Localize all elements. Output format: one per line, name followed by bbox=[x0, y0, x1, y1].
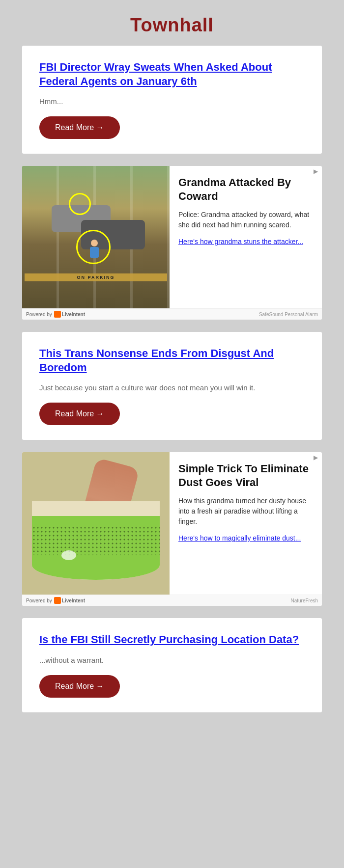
ad-grandma-footer: Powered by LiveIntent SafeSound Personal… bbox=[22, 308, 322, 320]
liveintent-icon-2 bbox=[54, 597, 61, 604]
liveintent-logo-1: LiveIntent bbox=[54, 311, 85, 318]
article-title-3[interactable]: Is the FBI Still Secretly Purchasing Loc… bbox=[39, 633, 305, 647]
powered-by-label-2: Powered by LiveIntent bbox=[26, 597, 85, 604]
highlight-circle-1 bbox=[69, 193, 91, 215]
liveintent-name-1: LiveIntent bbox=[62, 312, 85, 317]
liveintent-name-2: LiveIntent bbox=[62, 598, 85, 603]
ad-grandma-content: Grandma Attacked By Coward Police: Grand… bbox=[170, 166, 322, 308]
page-header: Townhall bbox=[0, 0, 344, 46]
read-more-button-2[interactable]: Read More → bbox=[39, 403, 120, 425]
grandma-head bbox=[91, 240, 98, 246]
article-title-2[interactable]: This Trans Nonsense Ends From Disgust An… bbox=[39, 347, 305, 375]
ad-grandma-inner: ON PARKING Grandma Attacked By Coward Po… bbox=[22, 166, 322, 308]
ad-grandma-link[interactable]: Here's how grandma stuns the attacker... bbox=[178, 237, 313, 247]
ad-info-icon-2[interactable]: ▶ bbox=[314, 454, 318, 461]
ad-dust-footer: Powered by LiveIntent NatureFresh ▶ bbox=[22, 595, 322, 606]
article-card-2: This Trans Nonsense Ends From Disgust An… bbox=[22, 332, 322, 440]
dust-particles bbox=[32, 526, 160, 555]
read-more-button-1[interactable]: Read More → bbox=[39, 116, 120, 139]
liveintent-icon-1 bbox=[54, 311, 61, 318]
powered-by-text-1: Powered by bbox=[26, 312, 52, 317]
article-card-1: FBI Director Wray Sweats When Asked Abou… bbox=[22, 46, 322, 154]
ad-grandma-image: ON PARKING bbox=[22, 166, 170, 308]
ad-grandma-source: SafeSound Personal Alarm bbox=[259, 312, 318, 317]
ad-dust-title: Simple Trick To Eliminate Dust Goes Vira… bbox=[178, 462, 313, 489]
ad-dust: Simple Trick To Eliminate Dust Goes Vira… bbox=[22, 452, 322, 606]
dust-bowl-bg bbox=[22, 452, 170, 595]
ad-dust-description: How this grandma turned her dusty house … bbox=[178, 496, 313, 527]
bowl-outer bbox=[32, 501, 160, 580]
grandma-body bbox=[90, 247, 99, 258]
ad-grandma-description: Police: Grandma attacked by coward, what… bbox=[178, 210, 313, 230]
article-excerpt-1: Hmm... bbox=[39, 97, 305, 106]
article-excerpt-3: ...without a warrant. bbox=[39, 656, 305, 664]
white-spot bbox=[61, 550, 76, 560]
no-parking-sign: ON PARKING bbox=[25, 273, 167, 281]
article-title-1[interactable]: FBI Director Wray Sweats When Asked Abou… bbox=[39, 60, 305, 88]
ad-dust-link[interactable]: Here's how to magically eliminate dust..… bbox=[178, 534, 313, 543]
article-excerpt-2: Just because you start a culture war doe… bbox=[39, 383, 305, 392]
powered-by-text-2: Powered by bbox=[26, 598, 52, 603]
ad-grandma-title: Grandma Attacked By Coward bbox=[178, 176, 313, 203]
grandma-figure bbox=[90, 240, 99, 259]
ad-dust-content: Simple Trick To Eliminate Dust Goes Vira… bbox=[170, 452, 322, 595]
site-title: Townhall bbox=[0, 15, 344, 36]
parking-lot-bg: ON PARKING bbox=[22, 166, 170, 308]
bowl-liquid bbox=[32, 516, 160, 580]
ad-dust-source: NatureFresh bbox=[290, 598, 318, 603]
ad-info-icon-1[interactable]: ▶ bbox=[314, 168, 318, 175]
liveintent-logo-2: LiveIntent bbox=[54, 597, 85, 604]
ad-dust-inner: Simple Trick To Eliminate Dust Goes Vira… bbox=[22, 452, 322, 595]
read-more-button-3[interactable]: Read More → bbox=[39, 675, 120, 698]
article-card-3: Is the FBI Still Secretly Purchasing Loc… bbox=[22, 618, 322, 712]
powered-by-label-1: Powered by LiveIntent bbox=[26, 311, 85, 318]
ad-grandma: ON PARKING Grandma Attacked By Coward Po… bbox=[22, 166, 322, 320]
ad-dust-image bbox=[22, 452, 170, 595]
